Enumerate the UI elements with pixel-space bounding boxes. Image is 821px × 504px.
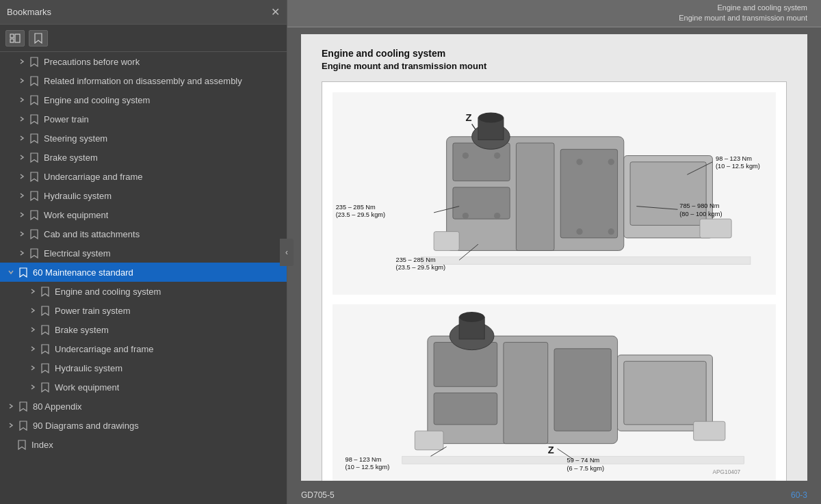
bookmark-item-cab[interactable]: Cab and its attachments	[0, 224, 287, 243]
bookmark-icon-hydraulic-2	[40, 362, 51, 373]
expand-arrow-brake-2[interactable]	[27, 324, 38, 335]
svg-rect-23	[434, 231, 459, 250]
bookmark-item-hydraulic[interactable]: Hydraulic system	[0, 186, 287, 205]
bookmark-label-undercarriage-2: Undercarriage and frame	[55, 344, 154, 354]
bookmark-item-diagrams[interactable]: 90 Diagrams and drawings	[0, 416, 287, 435]
page-number: 60-3	[791, 490, 807, 500]
bookmark-item-engine-cooling[interactable]: Engine and cooling system	[0, 90, 287, 109]
svg-text:Z: Z	[548, 445, 554, 455]
engine-diagram: Z	[322, 81, 787, 481]
collapse-panel-button[interactable]: ‹	[280, 239, 294, 266]
svg-point-14	[462, 213, 469, 219]
bookmark-icon-steering	[29, 133, 40, 144]
bookmark-label-diagrams: 90 Diagrams and drawings	[33, 421, 139, 431]
bookmark-label-brake: Brake system	[44, 152, 98, 163]
svg-point-16	[576, 159, 582, 165]
bookmark-icon-maintenance	[18, 267, 29, 278]
bookmark-item-engine-cooling-2[interactable]: Engine and cooling system	[0, 282, 287, 301]
bookmark-label-hydraulic: Hydraulic system	[44, 191, 112, 201]
svg-text:Z: Z	[465, 111, 471, 122]
bookmark-item-power-train-2[interactable]: Power train system	[0, 301, 287, 320]
bookmark-view-button[interactable]	[29, 30, 48, 47]
svg-text:(6 – 7.5 kgm): (6 – 7.5 kgm)	[567, 465, 604, 472]
bookmark-icon-work-equipment-2	[40, 382, 51, 393]
svg-point-17	[608, 159, 614, 165]
bookmark-item-maintenance[interactable]: 60 Maintenance standard	[0, 263, 287, 282]
document-subtitle: Engine mount and transmission mount	[322, 61, 787, 71]
bookmark-item-work-equipment[interactable]: Work equipment	[0, 205, 287, 224]
expand-arrow-engine-cooling-2[interactable]	[27, 286, 38, 297]
bookmark-icon-precautions	[29, 56, 40, 67]
document-title: Engine and cooling system	[322, 48, 787, 59]
svg-rect-49	[415, 431, 443, 450]
bookmark-list: Precautions before workRelated informati…	[0, 52, 287, 504]
expand-arrow-hydraulic-2[interactable]	[27, 362, 38, 373]
svg-rect-45	[624, 361, 706, 425]
bookmark-item-power-train[interactable]: Power train	[0, 109, 287, 129]
bookmark-item-related-info[interactable]: Related information on disassembly and a…	[0, 71, 287, 90]
expand-arrow-diagrams[interactable]	[5, 420, 16, 431]
expand-arrow-appendix[interactable]	[5, 401, 16, 412]
expand-arrow-steering[interactable]	[16, 133, 27, 144]
svg-text:(10 – 12.5 kgm): (10 – 12.5 kgm)	[716, 163, 760, 170]
bookmark-item-index[interactable]: Index	[0, 435, 287, 454]
page-content: Engine and cooling system Engine mount a…	[301, 34, 807, 481]
expand-arrow-undercarriage[interactable]	[16, 171, 27, 182]
expand-arrow-hydraulic[interactable]	[16, 190, 27, 201]
expand-arrow-electrical[interactable]	[16, 248, 27, 258]
expand-arrow-cab[interactable]	[16, 228, 27, 239]
bookmark-item-work-equipment-2[interactable]: Work equipment	[0, 377, 287, 397]
bookmark-label-work-equipment: Work equipment	[44, 210, 108, 220]
bookmark-label-power-train-2: Power train system	[55, 306, 131, 316]
expand-arrow-power-train[interactable]	[16, 114, 27, 124]
expand-arrow-brake[interactable]	[16, 152, 27, 163]
expand-arrow-power-train-2[interactable]	[27, 305, 38, 316]
bookmark-item-undercarriage-2[interactable]: Undercarriage and frame	[0, 339, 287, 358]
bookmark-icon-brake	[29, 152, 40, 163]
bookmark-item-hydraulic-2[interactable]: Hydraulic system	[0, 358, 287, 377]
header-line1: Engine and cooling system	[679, 3, 807, 13]
close-panel-button[interactable]: ✕	[271, 7, 280, 18]
panel-header: Bookmarks ✕	[0, 0, 287, 25]
expand-arrow-undercarriage-2[interactable]	[27, 343, 38, 354]
bookmark-label-brake-2: Brake system	[55, 325, 109, 335]
bookmark-label-maintenance: 60 Maintenance standard	[33, 267, 133, 278]
bookmark-label-power-train: Power train	[44, 114, 89, 124]
svg-text:(23.5 – 29.5 kgm): (23.5 – 29.5 kgm)	[396, 264, 446, 271]
bookmark-icon-engine-cooling	[29, 94, 40, 105]
bookmark-item-brake-2[interactable]: Brake system	[0, 320, 287, 339]
svg-point-18	[576, 228, 582, 235]
expand-arrow-precautions[interactable]	[16, 56, 27, 67]
bookmark-label-steering: Steering system	[44, 133, 107, 144]
layout-button[interactable]	[5, 30, 25, 47]
svg-text:235 – 285 Nm: 235 – 285 Nm	[336, 204, 376, 211]
svg-text:235 – 285 Nm: 235 – 285 Nm	[396, 256, 436, 263]
bookmark-item-undercarriage[interactable]: Undercarriage and frame	[0, 167, 287, 186]
svg-rect-8	[516, 143, 554, 250]
bookmark-icon-electrical	[29, 248, 40, 258]
bookmark-label-work-equipment-2: Work equipment	[55, 382, 119, 393]
bookmark-item-electrical[interactable]: Electrical system	[0, 243, 287, 263]
document-panel: Engine and cooling system Engine mount a…	[287, 0, 821, 504]
bookmark-label-appendix: 80 Appendix	[33, 401, 82, 412]
expand-arrow-maintenance[interactable]	[5, 267, 16, 278]
svg-rect-41	[434, 393, 497, 425]
svg-point-15	[494, 213, 500, 219]
bookmark-icon-diagrams	[18, 420, 29, 431]
bookmark-item-steering[interactable]: Steering system	[0, 129, 287, 148]
expand-arrow-work-equipment-2[interactable]	[27, 382, 38, 393]
expand-arrow-related-info[interactable]	[16, 75, 27, 86]
bookmark-item-precautions[interactable]: Precautions before work	[0, 52, 287, 71]
expand-arrow-work-equipment[interactable]	[16, 209, 27, 220]
svg-point-13	[494, 152, 500, 159]
bookmark-icon-engine-cooling-2	[40, 286, 51, 297]
bookmark-icon-cab	[29, 228, 40, 239]
bookmark-icon-related-info	[29, 75, 40, 86]
bookmark-item-appendix[interactable]: 80 Appendix	[0, 397, 287, 416]
svg-text:98 – 123 Nm: 98 – 123 Nm	[346, 456, 382, 463]
bookmark-item-brake[interactable]: Brake system	[0, 148, 287, 167]
expand-arrow-engine-cooling[interactable]	[16, 94, 27, 105]
svg-point-22	[478, 112, 504, 122]
bookmark-icon-undercarriage	[29, 171, 40, 182]
bookmark-icon-hydraulic	[29, 190, 40, 201]
